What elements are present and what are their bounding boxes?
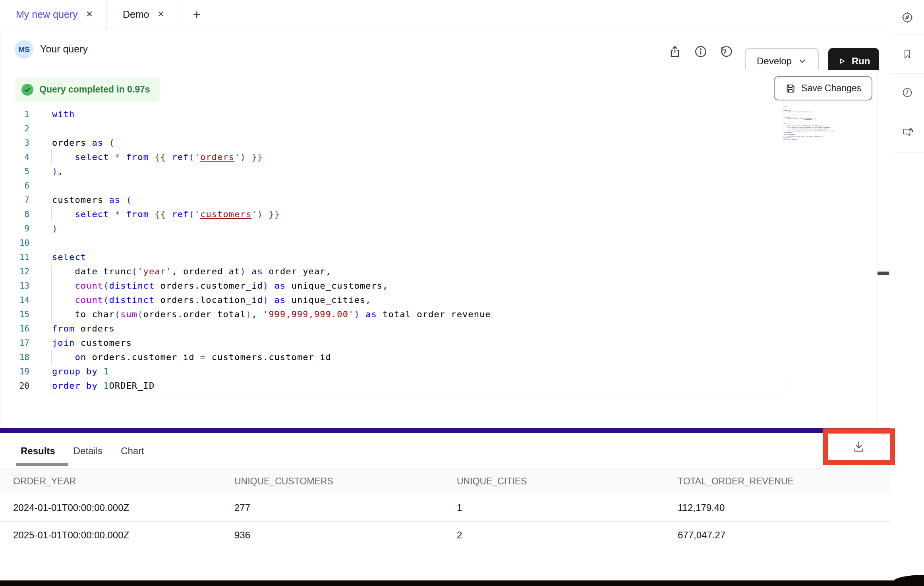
line-number: 17: [0, 336, 29, 350]
overview-ruler-cursor-mark: [878, 272, 889, 275]
code-line[interactable]: 2: [0, 121, 890, 136]
close-icon[interactable]: ✕: [86, 9, 93, 19]
develop-label: Develop: [757, 56, 792, 67]
column-header: UNIQUE_CITIES: [457, 476, 678, 487]
column-header: UNIQUE_CUSTOMERS: [234, 476, 457, 487]
code-line[interactable]: 15 to_char(sum(orders.order_total), '999…: [0, 307, 890, 322]
download-results-button-highlighted[interactable]: [823, 428, 895, 465]
tab-bar: My new query ✕ Demo ✕ +: [0, 0, 890, 29]
code-line[interactable]: 8 select * from {{ ref('customers') }}: [0, 207, 890, 222]
tab-demo[interactable]: Demo ✕: [107, 0, 178, 29]
table-row[interactable]: 2025-01-01T00:00:00.000Z9362677,047.27: [0, 522, 890, 549]
code-line[interactable]: 17join customers: [0, 336, 890, 350]
tab-chart[interactable]: Chart: [121, 445, 144, 457]
line-number: 19: [0, 364, 29, 379]
line-number: 12: [0, 264, 29, 279]
table-row[interactable]: 2024-01-01T00:00:00.000Z2771112,179.40: [0, 494, 890, 522]
query-status-badge: Query completed in 0.97s: [15, 77, 160, 102]
results-tab-bar: Results Details Chart: [0, 433, 890, 468]
close-icon[interactable]: ✕: [157, 9, 164, 19]
tab-label: My new query: [16, 9, 78, 20]
avatar: MS: [15, 40, 33, 59]
line-number: 14: [0, 293, 29, 307]
sidebar-divider: [890, 152, 924, 152]
minimap[interactable]: withorders as ( select * from {{ ref('or…: [783, 106, 835, 141]
line-number: 8: [0, 207, 29, 222]
column-header: ORDER_YEAR: [13, 476, 234, 487]
table-cell: 677,047.27: [678, 530, 890, 541]
code-line[interactable]: 1with: [0, 107, 890, 121]
plus-icon: +: [193, 7, 201, 22]
query-status-text: Query completed in 0.97s: [39, 84, 150, 95]
table-cell: 2024-01-01T00:00:00.000Z: [13, 502, 234, 513]
tab-my-new-query[interactable]: My new query ✕: [0, 0, 107, 29]
code-line[interactable]: 14 count(distinct orders.location_id) as…: [0, 293, 890, 307]
code-line[interactable]: 16from orders: [0, 322, 890, 336]
column-header: TOTAL_ORDER_REVENUE: [678, 476, 890, 487]
chevron-down-icon: [798, 57, 807, 66]
line-number: 15: [0, 307, 29, 322]
active-tab-underline: [16, 463, 68, 466]
results-table: ORDER_YEARUNIQUE_CUSTOMERSUNIQUE_CITIEST…: [0, 468, 890, 549]
sidebar-divider: [890, 35, 924, 35]
table-cell: 112,179.40: [678, 502, 890, 513]
code-line[interactable]: 4 select * from {{ ref('orders') }}: [0, 150, 890, 164]
line-number: 9: [0, 222, 29, 236]
sidebar-divider: [890, 73, 924, 74]
share-icon[interactable]: [668, 45, 682, 58]
line-number: 20: [0, 379, 29, 393]
query-header: MS Your query Develop Run: [0, 29, 890, 70]
code-line[interactable]: 12 date_trunc('year', ordered_at) as ord…: [0, 264, 890, 279]
code-line[interactable]: 19group by 1: [0, 364, 890, 379]
line-number: 1: [0, 107, 29, 121]
left-edge-border: [0, 29, 0, 428]
tab-details[interactable]: Details: [73, 445, 102, 457]
code-line[interactable]: 6: [0, 179, 890, 193]
tab-label: Demo: [123, 9, 149, 20]
ai-chat-icon[interactable]: [901, 125, 914, 139]
code-line[interactable]: 3orders as (: [0, 136, 890, 150]
sql-editor: Query completed in 0.97s Save Changes 1w…: [0, 70, 890, 428]
line-number: 7: [0, 193, 29, 207]
line-number: 16: [0, 322, 29, 336]
page-title: Your query: [40, 43, 88, 55]
code-line[interactable]: 11select: [0, 250, 890, 264]
save-icon: [785, 83, 796, 94]
play-icon: [837, 57, 846, 66]
bookmark-icon[interactable]: [901, 48, 914, 61]
sidebar-divider: [890, 114, 924, 114]
code-lines[interactable]: 1with23orders as (4 select * from {{ ref…: [0, 107, 890, 393]
code-line[interactable]: 20order by 1ORDER_ID: [0, 379, 890, 393]
table-cell: 2: [457, 530, 678, 541]
code-line[interactable]: 10: [0, 236, 890, 250]
line-number: 4: [0, 150, 29, 164]
table-cell: 2025-01-01T00:00:00.000Z: [13, 530, 234, 541]
line-number: 6: [0, 179, 29, 193]
line-number: 3: [0, 136, 29, 150]
compass-icon[interactable]: [901, 11, 914, 24]
history-icon[interactable]: [719, 45, 733, 58]
results-header-row: ORDER_YEARUNIQUE_CUSTOMERSUNIQUE_CITIEST…: [0, 468, 890, 494]
line-number: 18: [0, 350, 29, 364]
info-icon[interactable]: [694, 45, 707, 58]
code-line[interactable]: 18 on orders.customer_id = customers.cus…: [0, 350, 890, 364]
code-line[interactable]: 13 count(distinct orders.customer_id) as…: [0, 279, 890, 293]
clock-icon[interactable]: [901, 86, 914, 99]
new-tab-button[interactable]: +: [178, 0, 215, 29]
save-changes-label: Save Changes: [801, 83, 861, 94]
table-cell: 277: [234, 502, 457, 513]
check-circle-icon: [21, 84, 33, 96]
code-line[interactable]: 9): [0, 222, 890, 236]
save-changes-button[interactable]: Save Changes: [774, 76, 872, 100]
table-cell: 936: [234, 530, 457, 541]
code-line[interactable]: 7customers as (: [0, 193, 890, 207]
code-line[interactable]: 5),: [0, 164, 890, 179]
download-icon: [851, 440, 866, 455]
right-sidebar: [890, 0, 924, 586]
results-body: 2024-01-01T00:00:00.000Z2771112,179.4020…: [0, 494, 890, 549]
overview-ruler: [877, 70, 878, 428]
tab-results[interactable]: Results: [21, 445, 55, 457]
line-number: 2: [0, 121, 29, 136]
panel-resize-handle[interactable]: [0, 428, 890, 433]
run-label: Run: [852, 56, 870, 67]
